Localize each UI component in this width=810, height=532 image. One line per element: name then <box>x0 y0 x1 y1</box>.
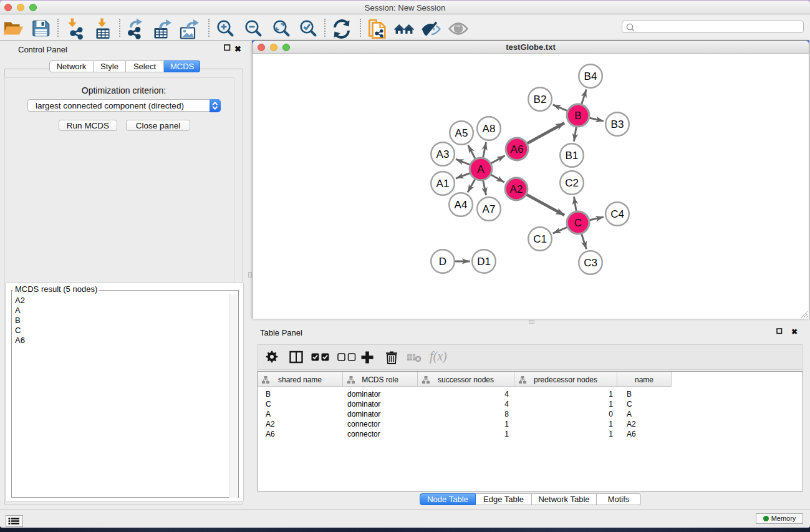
svg-text:D1: D1 <box>477 256 491 268</box>
svg-text:A4: A4 <box>455 199 468 211</box>
svg-text:A8: A8 <box>483 123 496 135</box>
svg-text:C4: C4 <box>610 208 624 220</box>
svg-text:B1: B1 <box>566 150 579 162</box>
svg-text:A6: A6 <box>511 143 524 155</box>
svg-text:A2: A2 <box>510 183 523 195</box>
svg-text:A: A <box>477 163 485 175</box>
svg-text:C3: C3 <box>584 257 597 269</box>
svg-text:A7: A7 <box>483 203 496 215</box>
svg-text:A1: A1 <box>436 178 450 190</box>
svg-text:A3: A3 <box>436 148 450 160</box>
svg-text:B4: B4 <box>584 70 597 82</box>
svg-text:D: D <box>439 256 446 268</box>
svg-text:C1: C1 <box>533 233 547 245</box>
svg-text:B2: B2 <box>534 94 547 105</box>
svg-text:B3: B3 <box>611 118 624 130</box>
svg-text:C: C <box>574 217 582 229</box>
svg-text:B: B <box>574 110 581 122</box>
svg-text:C2: C2 <box>565 177 579 189</box>
svg-text:A5: A5 <box>455 127 468 139</box>
